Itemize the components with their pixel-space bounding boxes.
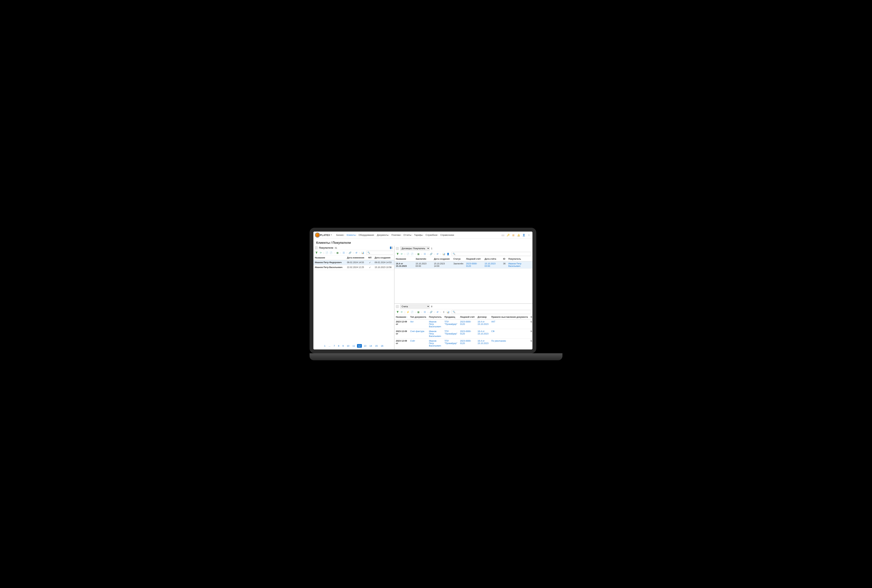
- seller-link[interactable]: ТПУ "Провайдер": [444, 340, 457, 345]
- link-icon[interactable]: 🔗: [429, 252, 433, 256]
- doctype-link[interactable]: Счёт: [410, 340, 415, 342]
- edit-icon[interactable]: 📄: [410, 252, 414, 256]
- contracts-select[interactable]: Договоры: Покупатель: [400, 246, 430, 250]
- panel-config-icon[interactable]: [396, 247, 399, 250]
- table-row[interactable]: Иванов Петр Васильевич22.02.2024 12:25✓1…: [314, 265, 394, 270]
- chart-icon[interactable]: 📊: [446, 310, 450, 314]
- contracts-search[interactable]: 🔍: [452, 252, 531, 256]
- invoices-select[interactable]: Счета: [400, 304, 430, 309]
- seller-link[interactable]: ТПУ "Провайдер": [444, 349, 457, 350]
- link-icon[interactable]: 🔗: [429, 310, 433, 314]
- key-icon[interactable]: 🔑: [507, 234, 509, 237]
- doctype-link[interactable]: Счет-фактура: [410, 330, 424, 333]
- col-header[interactable]: Заключён: [414, 256, 432, 261]
- tree-icon[interactable]: ☷: [423, 310, 426, 314]
- rule-link[interactable]: СФ: [491, 349, 495, 350]
- bell-icon[interactable]: 🔔: [517, 234, 520, 237]
- page-14[interactable]: 14: [368, 344, 373, 348]
- table-icon[interactable]: ▦: [336, 251, 339, 254]
- contract-link[interactable]: 16.4 от 15.10.2023: [477, 321, 488, 326]
- table-icon[interactable]: ▦: [417, 252, 420, 256]
- col-header[interactable]: Дата счёта: [483, 256, 502, 261]
- col-header[interactable]: Лицевой счёт: [459, 315, 476, 320]
- contracts-search-input[interactable]: [456, 253, 530, 255]
- doctype-link[interactable]: Акт: [410, 321, 414, 323]
- col-header[interactable]: ID: [502, 256, 507, 261]
- table-row[interactable]: 2023-12-09 отСчётИванов Петр ВасильевичТ…: [395, 339, 533, 348]
- page-...[interactable]: ...: [327, 344, 332, 348]
- user-icon[interactable]: 👤: [446, 252, 450, 256]
- panel-config-icon[interactable]: [315, 246, 318, 249]
- refresh-icon[interactable]: ⟳: [400, 310, 404, 314]
- grid-icon[interactable]: ▦: [512, 234, 515, 237]
- table-row[interactable]: 2023-12-09 отАктИванов Петр ВасильевичТП…: [395, 320, 533, 329]
- page-13[interactable]: 13: [363, 344, 368, 348]
- filter-icon[interactable]: [396, 310, 399, 314]
- table-row[interactable]: 2023-12-10 отСчет-фактураИванов Петр Вас…: [395, 348, 533, 350]
- col-header[interactable]: Дата создания: [432, 256, 452, 261]
- filter-icon[interactable]: [396, 252, 399, 256]
- buyer-link[interactable]: Иванов Петр Васильевич: [429, 340, 441, 347]
- buyer-link[interactable]: Иванов Петр Васильевич: [508, 262, 521, 267]
- col-header[interactable]: С: [529, 315, 533, 320]
- table-row[interactable]: 2023-12-09 отСчет-фактураИванов Петр Вас…: [395, 329, 533, 339]
- bolt-icon[interactable]: ⚡: [406, 310, 410, 314]
- buyers-search[interactable]: 🔍: [366, 251, 393, 255]
- page-16[interactable]: 16: [380, 344, 384, 348]
- rule-link[interactable]: По умолчанию: [491, 340, 506, 342]
- buyer-link[interactable]: Иванов Петр Васильевич: [429, 349, 441, 350]
- col-header[interactable]: Статус: [452, 256, 465, 261]
- buyer-link[interactable]: Иванов Петр Васильевич: [429, 330, 441, 338]
- col-header[interactable]: Продавец: [443, 315, 459, 320]
- nav-справочники[interactable]: Справочники: [440, 233, 455, 237]
- page-11[interactable]: 11: [351, 344, 356, 348]
- col-header[interactable]: ФЛ: [367, 255, 373, 260]
- rule-link[interactable]: АКТ: [491, 321, 495, 323]
- new-doc-icon[interactable]: 📄: [325, 251, 329, 254]
- reload-icon[interactable]: ↺: [355, 251, 358, 254]
- page-15[interactable]: 15: [374, 344, 379, 348]
- tree-icon[interactable]: ☷: [342, 251, 345, 254]
- page-1[interactable]: 1: [323, 344, 327, 348]
- account-link[interactable]: 2023-0000-0120: [466, 262, 477, 267]
- book-icon[interactable]: 📖: [501, 234, 504, 237]
- logo[interactable]: PLATEX®: [315, 233, 332, 237]
- rule-link[interactable]: СФ: [491, 330, 495, 333]
- page-12[interactable]: 12: [357, 344, 362, 348]
- refresh-icon[interactable]: ⟳: [400, 252, 404, 256]
- nav-тарифы[interactable]: Тарифы›: [414, 233, 425, 237]
- link-icon[interactable]: 🔗: [348, 251, 352, 254]
- chart-icon[interactable]: 📊: [442, 252, 446, 256]
- reload-icon[interactable]: ↺: [436, 310, 439, 314]
- nav-отчеты[interactable]: Отчеты›: [403, 233, 413, 237]
- page-9[interactable]: 9: [341, 344, 345, 348]
- nav-оборудование[interactable]: Оборудование›: [358, 233, 376, 237]
- col-header[interactable]: Лицевой счёт: [465, 256, 483, 261]
- col-header[interactable]: Название: [395, 256, 414, 261]
- contract-link[interactable]: 16.4 от 15.10.2023: [477, 330, 488, 335]
- account-link[interactable]: 2023-0000-0120: [460, 330, 471, 335]
- col-header[interactable]: Дата изменения: [345, 255, 367, 260]
- account-link[interactable]: 2023-0000-0120: [460, 340, 471, 345]
- table-row[interactable]: 16.4 от 15.10.202315.10.2023 03:0015.10.…: [395, 261, 533, 268]
- page-10[interactable]: 10: [346, 344, 351, 348]
- buyer-link[interactable]: Иванов Петр Васильевич: [429, 321, 441, 328]
- doctype-link[interactable]: Счет-фактура: [410, 349, 424, 350]
- seller-link[interactable]: ТПУ "Провайдер": [444, 321, 457, 326]
- sum-icon[interactable]: Σ: [442, 310, 446, 314]
- table-icon[interactable]: ▦: [417, 310, 420, 314]
- page-7[interactable]: 7: [332, 344, 336, 348]
- table-row[interactable]: Иванов Петр Федорович09.02.2024 14:53✓09…: [314, 260, 394, 265]
- account-link[interactable]: 2023-0000-0120: [460, 321, 471, 326]
- invoices-search-input[interactable]: [456, 311, 530, 313]
- nav-служебное[interactable]: Служебное›: [425, 233, 439, 237]
- layout-icon[interactable]: [390, 247, 393, 249]
- nav-клиенты[interactable]: Клиенты›: [346, 233, 357, 237]
- buyers-search-input[interactable]: [371, 252, 395, 254]
- new-doc-icon[interactable]: 📄: [406, 252, 410, 256]
- invoices-search[interactable]: 🔍: [452, 310, 531, 314]
- panel-config-icon[interactable]: [396, 305, 399, 308]
- refresh-icon[interactable]: ⟳: [319, 251, 323, 254]
- filter-icon[interactable]: [315, 251, 318, 254]
- col-header[interactable]: Название: [314, 255, 345, 260]
